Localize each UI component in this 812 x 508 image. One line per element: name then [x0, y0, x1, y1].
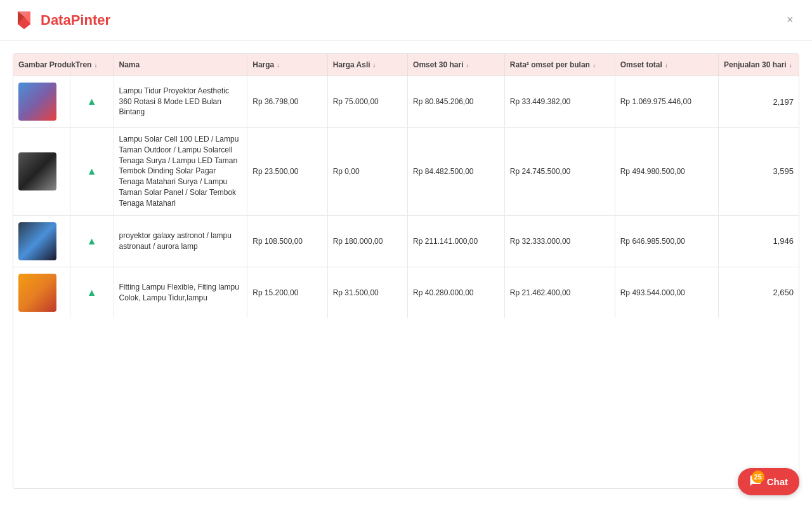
product-image: [18, 274, 56, 312]
rata_omset-cell: Rp 32.333.000,00: [504, 215, 615, 267]
product-name-cell: proyektor galaxy astronot / lampu astron…: [114, 215, 247, 267]
sort-icon-harga-asli: ↓: [373, 62, 376, 69]
table-row: ▲proyektor galaxy astronot / lampu astro…: [13, 215, 799, 267]
sort-icon-omset-30: ↓: [466, 62, 469, 69]
omset_30-cell: Rp 80.845.206,00: [408, 76, 505, 128]
sort-icon-harga: ↓: [277, 62, 280, 69]
sort-icon-rata-omset: ↓: [593, 62, 596, 69]
table-row: ▲Fitting Lampu Flexible, Fiting lampu Co…: [13, 267, 799, 318]
table-header-row: Gambar Produk Tren ↓ Nama Harga: [13, 54, 799, 76]
product-name-cell: Lampu Solar Cell 100 LED / Lampu Taman O…: [114, 128, 247, 216]
col-nama[interactable]: Nama: [114, 54, 247, 76]
header: DataPinter ×: [0, 0, 812, 41]
trend-up-icon: ▲: [87, 166, 97, 177]
col-omset-30[interactable]: Omset 30 hari ↓: [408, 54, 505, 76]
col-harga[interactable]: Harga ↓: [247, 54, 327, 76]
product-image: [18, 152, 56, 190]
product-name-text: proyektor galaxy astronot / lampu astron…: [119, 231, 242, 252]
sort-icon-penjualan-30: ↓: [789, 62, 792, 69]
harga-cell: Rp 108.500,00: [247, 215, 327, 267]
product-name-cell: Fitting Lampu Flexible, Fiting lampu Col…: [114, 267, 247, 318]
omset_total-cell: Rp 494.980.500,00: [615, 128, 718, 216]
trend-up-icon: ▲: [87, 96, 97, 107]
logo-text: DataPinter: [41, 12, 110, 29]
penjualan_30-cell: 2,197: [719, 76, 799, 128]
product-image-cell: [13, 267, 70, 318]
trend-cell: ▲: [70, 215, 114, 267]
col-penjualan-30[interactable]: Penjualan 30 hari ↓: [719, 54, 799, 76]
omset_30-cell: Rp 84.482.500,00: [408, 128, 505, 216]
rata_omset-cell: Rp 21.462.400,00: [504, 267, 615, 318]
chat-button[interactable]: 25 Chat: [738, 468, 799, 495]
col-gambar[interactable]: Gambar Produk: [13, 54, 70, 76]
product-name-text: Lampu Tidur Proyektor Aesthetic 360 Rota…: [119, 86, 242, 117]
sort-icon-tren: ↓: [94, 62, 97, 69]
trend-cell: ▲: [70, 267, 114, 318]
product-name-text: Lampu Solar Cell 100 LED / Lampu Taman O…: [119, 134, 242, 209]
chat-label: Chat: [767, 476, 788, 487]
omset_total-cell: Rp 646.985.500,00: [615, 215, 718, 267]
harga_asli-cell: Rp 75.000,00: [327, 76, 407, 128]
col-omset-total[interactable]: Omset total ↓: [615, 54, 718, 76]
chat-icon-wrap: 25: [749, 474, 762, 489]
product-image: [18, 83, 56, 121]
logo-icon: [13, 9, 36, 32]
product-name-text: Fitting Lampu Flexible, Fiting lampu Col…: [119, 282, 242, 304]
close-button[interactable]: ×: [787, 14, 799, 27]
penjualan_30-cell: 2,650: [719, 267, 799, 318]
trend-up-icon: ▲: [87, 236, 97, 246]
product-image-cell: [13, 215, 70, 267]
product-table: Gambar Produk Tren ↓ Nama Harga: [13, 54, 799, 318]
omset_30-cell: Rp 40.280.000,00: [408, 267, 505, 318]
trend-cell: ▲: [70, 128, 114, 216]
omset_total-cell: Rp 493.544.000,00: [615, 267, 718, 318]
trend-cell: ▲: [70, 76, 114, 128]
chat-badge: 25: [752, 471, 764, 483]
omset_total-cell: Rp 1.069.975.446,00: [615, 76, 718, 128]
trend-up-icon: ▲: [87, 287, 97, 298]
product-image-cell: [13, 128, 70, 216]
penjualan_30-cell: 1,946: [719, 215, 799, 267]
col-rata-omset[interactable]: Rata² omset per bulan ↓: [504, 54, 615, 76]
logo: DataPinter: [13, 9, 110, 32]
harga-cell: Rp 23.500,00: [247, 128, 327, 216]
penjualan_30-cell: 3,595: [719, 128, 799, 216]
rata_omset-cell: Rp 33.449.382,00: [504, 76, 615, 128]
table-row: ▲Lampu Solar Cell 100 LED / Lampu Taman …: [13, 128, 799, 216]
harga-cell: Rp 36.798,00: [247, 76, 327, 128]
harga_asli-cell: Rp 0,00: [327, 128, 407, 216]
harga_asli-cell: Rp 31.500,00: [327, 267, 407, 318]
col-tren[interactable]: Tren ↓: [70, 54, 114, 76]
product-name-cell: Lampu Tidur Proyektor Aesthetic 360 Rota…: [114, 76, 247, 128]
product-image-cell: [13, 76, 70, 128]
harga_asli-cell: Rp 180.000,00: [327, 215, 407, 267]
omset_30-cell: Rp 211.141.000,00: [408, 215, 505, 267]
sort-icon-omset-total: ↓: [665, 62, 668, 69]
rata_omset-cell: Rp 24.745.500,00: [504, 128, 615, 216]
product-table-container: Gambar Produk Tren ↓ Nama Harga: [13, 53, 799, 489]
col-harga-asli[interactable]: Harga Asli ↓: [327, 54, 407, 76]
harga-cell: Rp 15.200,00: [247, 267, 327, 318]
product-image: [18, 222, 56, 260]
table-row: ▲Lampu Tidur Proyektor Aesthetic 360 Rot…: [13, 76, 799, 128]
